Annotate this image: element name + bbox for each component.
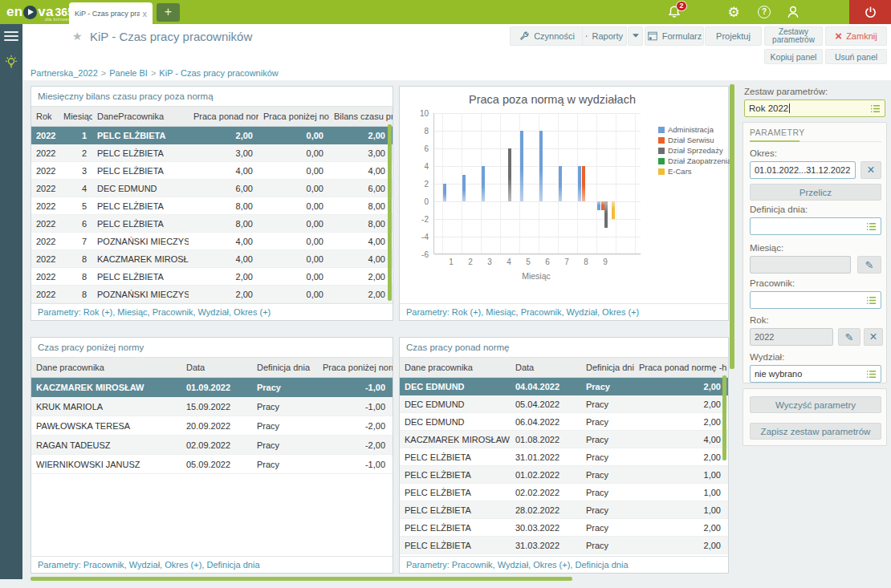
zamknij-button[interactable]: × Zamknij bbox=[825, 26, 887, 46]
menu-hamburger-icon[interactable] bbox=[4, 31, 18, 42]
okres-clear-button[interactable]: × bbox=[860, 161, 881, 179]
horizontal-scrollbar[interactable] bbox=[31, 577, 572, 581]
table-row[interactable]: 20222PELC ELŻBIETA3,000,003,00 bbox=[31, 144, 393, 162]
list-icon[interactable] bbox=[866, 296, 877, 305]
column-header[interactable]: Definicja dnia bbox=[581, 363, 634, 372]
table-cell: PELC ELŻBIETA bbox=[400, 505, 511, 515]
column-header[interactable]: DanePracownika bbox=[92, 112, 189, 121]
zestawy-parametrow-button[interactable]: Zestawy parametrów bbox=[764, 26, 823, 46]
raporty-dropdown-button[interactable] bbox=[628, 26, 643, 46]
table-row[interactable]: 20225PELC ELŻBIETA8,000,008,00 bbox=[31, 197, 393, 215]
legend-label: Dział Sprzedaży bbox=[668, 146, 723, 155]
table-row[interactable]: DEC EDMUND06.04.2022Pracy2,00 bbox=[400, 413, 728, 431]
wyczysc-parametry-button[interactable]: Wyczyść parametry bbox=[750, 396, 881, 413]
table-row[interactable]: 20226PELC ELŻBIETA8,000,008,00 bbox=[31, 215, 393, 233]
table-row[interactable]: PAWŁOWSKA TERESA20.09.2022Pracy-2,00 bbox=[31, 416, 393, 436]
list-icon[interactable] bbox=[870, 104, 881, 113]
kopiuj-panel-button[interactable]: Kopiuj panel bbox=[764, 49, 823, 64]
list-icon[interactable] bbox=[866, 370, 877, 379]
column-header[interactable]: Praca ponad normę -h bbox=[634, 363, 728, 372]
chart-bar-Administracja bbox=[482, 166, 485, 201]
table-row[interactable]: 20224DEC EDMUND6,000,006,00 bbox=[31, 180, 393, 197]
table-cell: 8,00 bbox=[189, 201, 258, 211]
column-header[interactable]: Dane pracownika bbox=[31, 363, 181, 372]
left-sidebar bbox=[0, 24, 22, 579]
table-row[interactable]: RAGAN TADEUSZ02.09.2022Pracy-2,00 bbox=[31, 436, 393, 455]
rok-clear-button[interactable]: × bbox=[864, 328, 883, 346]
table-row[interactable]: KACZMAREK MIROSŁAW01.09.2022Pracy-1,00 bbox=[31, 378, 393, 397]
chart-bar-Administracja bbox=[520, 131, 523, 201]
table-row[interactable]: 20223PELC ELŻBIETA4,000,004,00 bbox=[31, 162, 393, 180]
table-row[interactable]: PELC ELŻBIETA31.03.2022Pracy2,00 bbox=[400, 537, 728, 554]
y-tick-label: 0 bbox=[401, 197, 429, 206]
column-header[interactable]: Rok bbox=[31, 112, 59, 121]
breadcrumb[interactable]: Partnerska_2022>Panele BI>KiP - Czas pra… bbox=[31, 68, 279, 78]
wydzial-input[interactable]: nie wybrano bbox=[750, 365, 881, 383]
table-cell: 30.03.2022 bbox=[511, 523, 581, 533]
column-header[interactable]: Praca poniżej normy -h bbox=[318, 363, 393, 372]
logout-power-button[interactable] bbox=[849, 0, 891, 24]
table-row[interactable]: PELC ELŻBIETA30.03.2022Pracy2,00 bbox=[400, 519, 728, 537]
table-row[interactable]: WIERNIKOWSKI JANUSZ05.09.2022Pracy-1,00 bbox=[31, 455, 393, 474]
table-row[interactable]: PELC ELŻBIETA02.02.2022Pracy1,00 bbox=[400, 484, 728, 501]
column-header[interactable]: Data bbox=[511, 363, 581, 372]
table-cell: 2,00 bbox=[329, 290, 393, 299]
column-header[interactable]: Miesiąc bbox=[59, 112, 92, 121]
rok-input[interactable]: 2022 bbox=[750, 328, 833, 346]
table-row[interactable]: PELC ELŻBIETA01.02.2022Pracy1,00 bbox=[400, 466, 728, 484]
rok-edit-button[interactable]: ✎ bbox=[838, 328, 860, 346]
breadcrumb-item[interactable]: Panele BI bbox=[109, 68, 148, 78]
zestaw-parametrow-input[interactable]: Rok 2022 bbox=[744, 99, 885, 117]
table-row[interactable]: 20228PELC ELŻBIETA2,000,002,00 bbox=[31, 268, 393, 286]
table-scrollbar[interactable] bbox=[722, 375, 726, 460]
zapisz-zestaw-button[interactable]: Zapisz zestaw parametrów bbox=[750, 423, 881, 440]
column-header[interactable]: Bilans czasu pracy bbox=[329, 112, 393, 121]
calendar-icon[interactable] bbox=[850, 165, 851, 176]
table-scrollbar[interactable] bbox=[388, 124, 392, 301]
table-row[interactable]: 20228POZNAŃSKI MIECZYSŁAW2,000,002,00 bbox=[31, 286, 393, 303]
column-header[interactable]: Praca poniżej normy... bbox=[258, 112, 329, 121]
table-row[interactable]: DEC EDMUND04.04.2022Pracy2,00 bbox=[400, 378, 728, 395]
raporty-button[interactable]: Raporty bbox=[582, 26, 627, 46]
table-row[interactable]: PELC ELŻBIETA31.01.2022Pracy2,00 bbox=[400, 448, 728, 466]
list-icon[interactable] bbox=[866, 222, 877, 231]
tab-close-icon[interactable]: x bbox=[143, 9, 148, 18]
lightbulb-icon[interactable] bbox=[4, 55, 18, 71]
page-header: ★ KiP - Czas pracy pracowników Czynności… bbox=[22, 24, 891, 80]
okres-value: 01.01.2022...31.12.2022 bbox=[755, 165, 850, 175]
pracownik-input[interactable] bbox=[750, 291, 881, 309]
table-row[interactable]: 20221PELC ELŻBIETA2,000,002,00 bbox=[31, 127, 393, 144]
table-header: Dane pracownikaDataDefinicja dniaPraca p… bbox=[31, 357, 393, 378]
table-row[interactable]: KRUK MARIOLA15.09.2022Pracy-1,00 bbox=[31, 397, 393, 416]
table-row[interactable]: 20228KACZMAREK MIROSŁAW4,000,004,00 bbox=[31, 250, 393, 268]
przelicz-button[interactable]: Przelicz bbox=[750, 184, 881, 201]
main-vertical-scrollbar[interactable] bbox=[730, 84, 734, 369]
tab-kip-czas-pracy[interactable]: KiP - Czas pracy pra... x bbox=[69, 2, 153, 24]
breadcrumb-item[interactable]: KiP - Czas pracy pracowników bbox=[159, 68, 278, 78]
table-row[interactable]: PELC ELŻBIETA28.02.2022Pracy1,00 bbox=[400, 501, 728, 519]
projektuj-button[interactable]: Projektuj bbox=[705, 26, 762, 46]
column-header[interactable]: Data bbox=[181, 363, 252, 372]
table-parameters-footer: Parametry: Rok (+), Miesiąc, Pracownik, … bbox=[31, 303, 393, 320]
user-icon[interactable] bbox=[779, 0, 808, 24]
x-tick-label: 6 bbox=[539, 258, 556, 266]
column-header[interactable]: Definicja dnia bbox=[252, 363, 318, 372]
breadcrumb-item[interactable]: Partnerska_2022 bbox=[31, 68, 98, 78]
usun-panel-button[interactable]: Usuń panel bbox=[825, 49, 887, 64]
favorite-star-icon[interactable]: ★ bbox=[72, 30, 83, 43]
czynnosci-button[interactable]: Czynności bbox=[510, 26, 584, 46]
column-header[interactable]: Praca ponad normę... bbox=[189, 112, 258, 121]
table-row[interactable]: DEC EDMUND05.04.2022Pracy2,00 bbox=[400, 395, 728, 413]
new-tab-button[interactable]: + bbox=[157, 3, 180, 22]
definicja-dnia-input[interactable] bbox=[750, 217, 881, 235]
table-row[interactable]: KACZMAREK MIROSŁAW01.08.2022Pracy4,00 bbox=[400, 431, 728, 448]
formularz-button[interactable]: Formularz bbox=[645, 26, 704, 46]
column-header[interactable]: Dane pracownika bbox=[400, 363, 511, 372]
miesiac-input[interactable] bbox=[750, 256, 851, 274]
help-icon[interactable]: ? bbox=[750, 0, 779, 24]
table-row[interactable]: 20227POZNAŃSKI MIECZYSŁAW4,000,004,00 bbox=[31, 233, 393, 250]
miesiac-edit-button[interactable]: ✎ bbox=[857, 256, 881, 274]
settings-gear-icon[interactable]: ⚙ bbox=[719, 0, 748, 24]
y-tick-label: 8 bbox=[401, 127, 429, 136]
okres-input[interactable]: 01.01.2022...31.12.2022 bbox=[750, 161, 856, 179]
